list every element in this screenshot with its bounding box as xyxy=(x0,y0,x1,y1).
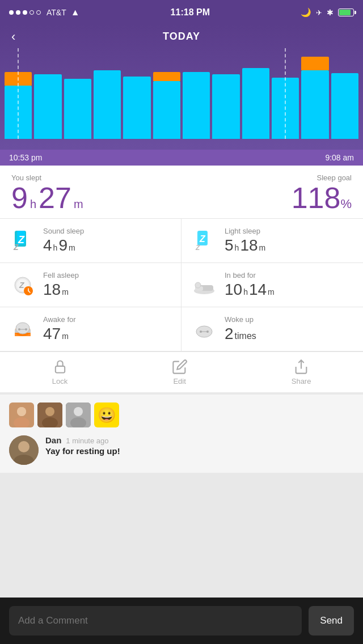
bar-blue-10 xyxy=(301,70,328,139)
bar-blue-5 xyxy=(153,81,180,139)
chart-bar-0 xyxy=(5,48,32,139)
svg-text:Z: Z xyxy=(13,243,19,252)
avatar-1 xyxy=(9,402,34,427)
input-bar: Send xyxy=(0,598,363,644)
minutes-unit: m xyxy=(74,198,83,211)
status-bar: AT&T ▲ 11:18 PM 🌙 ✈ ✱ xyxy=(0,0,363,25)
edit-label: Edit xyxy=(173,377,185,385)
sound-sleep-label: Sound sleep xyxy=(43,227,84,235)
sleep-hours: 9 xyxy=(11,183,28,213)
battery-indicator xyxy=(338,9,354,16)
in-bed-icon xyxy=(191,272,218,299)
in-bed-label: In bed for xyxy=(225,271,275,279)
comment-meta: Dan 1 minute ago xyxy=(45,435,120,445)
svg-point-21 xyxy=(16,323,29,334)
bar-orange-5 xyxy=(153,72,180,81)
stats-card: You slept 9 h 27 m Sleep goal 118 % xyxy=(0,166,363,392)
fell-asleep-text: Fell asleep 18 m xyxy=(43,271,79,299)
signal-dot-2 xyxy=(16,10,20,15)
signal-dot-1 xyxy=(9,10,14,15)
lock-label: Lock xyxy=(52,377,67,385)
status-right: 🌙 ✈ ✱ xyxy=(301,7,354,18)
svg-point-35 xyxy=(45,407,54,416)
chart-bar-2 xyxy=(64,48,91,139)
page-title: TODAY xyxy=(163,31,200,43)
slept-label: You slept xyxy=(11,173,83,182)
bar-blue-1 xyxy=(34,74,61,139)
send-button[interactable]: Send xyxy=(309,606,354,635)
light-sleep-icon: Z Z xyxy=(191,227,218,255)
slept-time: 9 h 27 m xyxy=(11,183,83,213)
fell-asleep-value: 18 m xyxy=(43,281,79,299)
lock-button[interactable]: Lock xyxy=(52,359,68,385)
awake-label: Awake for xyxy=(43,315,76,324)
slept-section: You slept 9 h 27 m xyxy=(11,173,83,213)
stats-grid: Z Z Sound sleep 4 h 9 m Z xyxy=(0,218,363,351)
signal-dot-5 xyxy=(36,10,41,15)
bar-blue-8 xyxy=(242,68,269,139)
stat-fell-asleep: Z Fell asleep 18 m xyxy=(0,263,182,307)
comment-body: Dan 1 minute ago Yay for resting up! xyxy=(45,435,120,456)
start-time: 10:53 pm xyxy=(9,153,42,162)
chart-bar-6 xyxy=(183,48,210,139)
share-button[interactable]: Share xyxy=(292,359,311,385)
svg-text:Z: Z xyxy=(18,234,25,245)
svg-point-33 xyxy=(17,407,26,416)
svg-text:Z: Z xyxy=(195,244,200,252)
goal-percentage: 118 xyxy=(292,183,341,213)
stat-woke-up: Woke up 2 times xyxy=(182,307,363,351)
status-time: 11:18 PM xyxy=(171,7,210,18)
bar-blue-4 xyxy=(123,77,150,139)
share-label: Share xyxy=(292,377,311,385)
svg-point-17 xyxy=(195,282,201,288)
bar-blue-7 xyxy=(212,74,239,139)
svg-point-27 xyxy=(200,331,202,333)
stat-sound-sleep: Z Z Sound sleep 4 h 9 m xyxy=(0,219,182,263)
svg-text:Z: Z xyxy=(199,234,206,244)
end-time: 9:08 am xyxy=(325,153,354,162)
wifi-icon: ▲ xyxy=(71,7,80,18)
goal-label: Sleep goal xyxy=(292,173,352,182)
stat-in-bed: In bed for 10 h 14 m xyxy=(182,263,363,307)
dashed-marker-0 xyxy=(18,48,19,139)
woke-up-text: Woke up 2 times xyxy=(225,315,256,343)
light-sleep-label: Light sleep xyxy=(225,227,265,235)
nav-bar: ‹ TODAY xyxy=(0,25,363,48)
svg-point-24 xyxy=(25,328,27,331)
svg-rect-29 xyxy=(55,366,64,373)
bar-orange-10 xyxy=(301,57,328,70)
navigation-icon: ✈ xyxy=(316,9,322,17)
signal-dot-3 xyxy=(23,10,27,15)
svg-text:Z: Z xyxy=(19,281,24,290)
hours-unit: h xyxy=(30,198,36,211)
svg-point-38 xyxy=(74,407,83,416)
awake-icon xyxy=(9,316,36,343)
chart-bar-7 xyxy=(212,48,239,139)
bar-blue-2 xyxy=(64,79,91,139)
sleep-minutes: 27 xyxy=(39,183,71,213)
chart-bar-3 xyxy=(94,48,121,139)
stat-awake: Awake for 47 m xyxy=(0,307,182,351)
bar-blue-11 xyxy=(331,73,358,139)
action-bar: Lock Edit Share xyxy=(0,351,363,392)
chart-bar-5 xyxy=(153,48,180,139)
avatar-2 xyxy=(37,402,62,427)
carrier-label: AT&T xyxy=(47,8,66,17)
chart-header: ‹ TODAY xyxy=(0,25,363,150)
comment-input[interactable] xyxy=(9,606,302,635)
comment-item: Dan 1 minute ago Yay for resting up! xyxy=(9,435,354,465)
svg-point-28 xyxy=(206,331,209,333)
time-range: 10:53 pm 9:08 am xyxy=(0,150,363,166)
moon-icon: 🌙 xyxy=(301,7,311,18)
edit-button[interactable]: Edit xyxy=(172,359,188,385)
in-bed-text: In bed for 10 h 14 m xyxy=(225,271,275,299)
dashed-marker-9 xyxy=(285,48,286,139)
signal-indicator xyxy=(9,10,41,15)
back-button[interactable]: ‹ xyxy=(11,29,15,44)
sound-sleep-value: 4 h 9 m xyxy=(43,236,84,255)
goal-section: Sleep goal 118 % xyxy=(292,173,352,213)
commenter-avatar xyxy=(9,435,39,465)
battery-fill xyxy=(339,10,351,15)
chart-bar-9 xyxy=(272,48,299,139)
signal-dot-4 xyxy=(29,10,34,15)
